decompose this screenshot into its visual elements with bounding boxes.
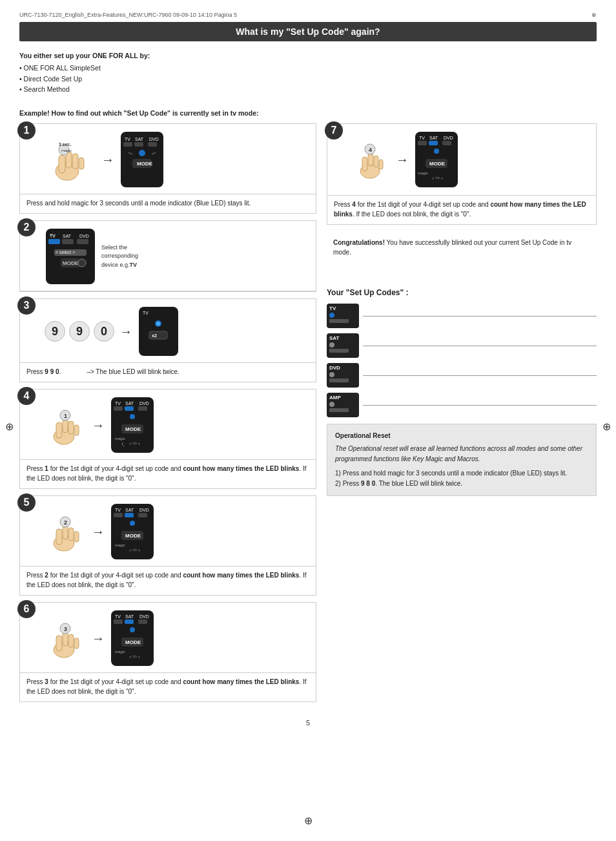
intro-item-2: • Direct Code Set Up [19, 74, 597, 85]
svg-text:magic: magic [115, 650, 125, 654]
step-6-number: 6 [17, 600, 36, 618]
title-bar: What is my "Set Up Code" again? [19, 22, 597, 41]
svg-text:TV: TV [115, 401, 121, 406]
svg-text:MODE: MODE [137, 161, 153, 167]
bottom-crosshair-icon: ⊕ [304, 815, 313, 827]
device-sat-box: SAT [327, 333, 359, 358]
svg-text:TV: TV [125, 137, 130, 141]
step-1-remote: TV SAT DVD MODE [119, 130, 165, 189]
device-row-sat: SAT [327, 333, 597, 358]
step-7-remote: TV SAT DVD MODE magic > ?? < [414, 130, 459, 189]
svg-text:SAT: SAT [125, 614, 134, 619]
svg-rect-3 [72, 154, 78, 169]
step-5-arrow: → [92, 524, 105, 539]
svg-text:2: 2 [64, 519, 67, 526]
svg-rect-80 [68, 634, 74, 647]
svg-rect-42 [68, 421, 74, 434]
svg-rect-89 [125, 619, 134, 624]
step-1-block: 1 magic 3 sec. [19, 123, 316, 214]
step-6-inner: 3 → TV SAT DVD M [20, 603, 316, 672]
step-6-arrow: → [92, 631, 105, 646]
svg-text:TV: TV [143, 311, 149, 315]
step-4-arrow: → [92, 418, 105, 433]
left-crosshair-icon: ⊕ [5, 420, 14, 433]
device-sat-led [329, 342, 334, 348]
device-tv-line [363, 316, 597, 317]
step-7-description: Press 4 for the 1st digit of your 4-digi… [327, 196, 596, 224]
device-dvd-label: DVD [329, 365, 340, 371]
step-6-illustration: 3 → TV SAT DVD M [45, 609, 309, 667]
setup-codes-title: Your "Set Up Codes" : [327, 288, 597, 297]
svg-text:1: 1 [64, 413, 67, 419]
top-crosshair-icon: ⊕ [591, 12, 597, 18]
device-sat-line [363, 346, 597, 346]
step-2-block: 2 TV SAT DVD TV < sele [19, 220, 316, 292]
step-1-description: Press and hold magic for 3 seconds until… [20, 194, 316, 213]
svg-rect-26 [77, 239, 88, 244]
svg-text:SAT: SAT [63, 234, 72, 238]
step-5-block: 5 2 → [19, 495, 316, 596]
svg-point-15 [139, 150, 145, 156]
svg-text:magic: magic [115, 437, 125, 441]
svg-rect-52 [138, 406, 147, 411]
main-content: 1 magic 3 sec. [19, 123, 597, 709]
operational-reset-step-2: 2) Press 9 8 0. The blue LED will blink … [335, 479, 588, 489]
top-header: URC-7130-7120_English_Extra-Features_NEW… [19, 12, 597, 18]
digit-display-3: 9 9 0 [45, 321, 114, 342]
page: URC-7130-7120_English_Extra-Features_NEW… [0, 0, 616, 841]
svg-rect-40 [56, 422, 62, 438]
svg-rect-4 [79, 158, 84, 169]
step-3-remote: TV x2 [138, 306, 180, 357]
svg-rect-51 [125, 406, 134, 411]
intro-item-1: • ONE FOR ALL SimpleSet [19, 63, 597, 74]
svg-point-36 [156, 322, 160, 326]
device-amp-line [363, 405, 597, 406]
svg-text:SAT: SAT [125, 508, 134, 512]
svg-point-110 [434, 149, 439, 154]
svg-text:DVD: DVD [444, 136, 453, 140]
device-amp-box: AMP [327, 393, 359, 417]
step-1-illustration: magic 3 sec. → TV SAT DVD [45, 130, 309, 189]
hand-2-icon: 2 [45, 511, 87, 553]
step-2-number: 2 [17, 218, 36, 236]
step-1-arrow: → [101, 152, 114, 167]
svg-point-72 [130, 521, 135, 526]
step-3-illustration: 9 9 0 → TV x2 [45, 306, 309, 357]
svg-text:SAT: SAT [135, 137, 144, 141]
svg-text:4: 4 [369, 147, 372, 153]
step-6-description: Press 3 for the 1st digit of your 4-digi… [20, 673, 316, 701]
svg-text:DVD: DVD [79, 234, 89, 238]
svg-text:MODE: MODE [125, 533, 141, 539]
digit-9b: 9 [69, 321, 90, 342]
svg-text:DVD: DVD [139, 614, 149, 619]
svg-point-53 [130, 414, 135, 419]
step-3-description: Press 9 9 0. –> The blue LED will blink … [20, 363, 316, 382]
svg-text:> ?? <: > ?? < [129, 655, 141, 659]
svg-rect-97 [362, 157, 367, 171]
step-2-label: Select thecorrespondingdevice e.g.TV [101, 244, 138, 270]
step-1-number: 1 [17, 121, 36, 140]
svg-rect-99 [374, 156, 378, 167]
svg-rect-59 [56, 529, 62, 545]
svg-rect-70 [125, 513, 134, 517]
left-column: 1 magic 3 sec. [19, 123, 316, 709]
operational-reset-box: Operational Reset The Operational reset … [327, 424, 597, 496]
step-5-description: Press 2 for the 1st digit of your 4-digi… [20, 566, 316, 595]
svg-rect-25 [62, 239, 74, 244]
step-5-illustration: 2 → TV SAT DVD M [45, 503, 309, 561]
page-number: 5 [19, 719, 597, 727]
svg-rect-78 [56, 636, 62, 651]
svg-rect-61 [68, 528, 74, 541]
device-row-tv: TV [327, 304, 597, 328]
step-4-description: Press 1 for the 1st digit of your 4-digi… [20, 460, 316, 488]
digit-9a: 9 [45, 321, 65, 342]
hand-4-icon: 4 [352, 140, 391, 179]
step-2-illustration: TV SAT DVD TV < select > MODE [45, 227, 309, 286]
right-crosshair-icon: ⊕ [602, 420, 611, 433]
svg-rect-107 [418, 141, 427, 145]
svg-rect-71 [138, 513, 147, 517]
device-tv-led [329, 313, 334, 318]
step-3-arrow: → [119, 324, 132, 339]
step-5-number: 5 [17, 493, 36, 512]
svg-text:< select >: < select > [56, 250, 75, 254]
